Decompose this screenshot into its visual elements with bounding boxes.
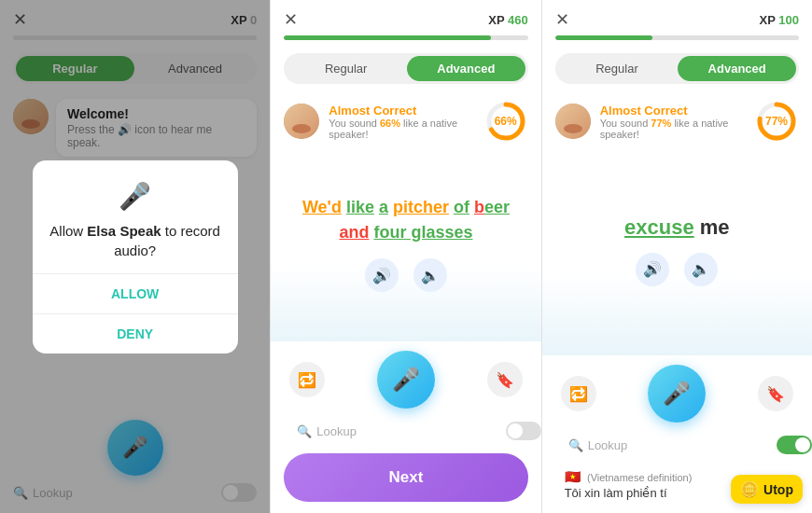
bookmark-button[interactable]: 🔖 <box>487 362 523 397</box>
bottom-controls: 🔁 🎤 🔖 <box>271 341 540 418</box>
panel-2: ✕ XP 460 Regular Advanced Almost Correct… <box>271 0 541 513</box>
search-icon: 🔍 <box>568 438 583 452</box>
score-label: Almost Correct <box>329 104 473 118</box>
progress-bar <box>555 35 799 40</box>
audio-play-button[interactable]: 🔊 <box>636 253 669 286</box>
score-sub: You sound 77% like a native speaker! <box>600 118 745 140</box>
lookup-left: 🔍 Lookup <box>297 424 357 438</box>
score-donut: 77% <box>754 99 799 144</box>
replay-button[interactable]: 🔁 <box>289 362 325 397</box>
phrase-area: excuse me 🔊 🔈 <box>542 151 812 355</box>
donut-label: 77% <box>765 115 788 128</box>
score-donut: 66% <box>483 99 528 144</box>
audio-buttons: 🔊 🔈 <box>636 253 718 286</box>
tab-regular[interactable]: Regular <box>558 56 677 81</box>
lookup-toggle[interactable] <box>777 436 812 454</box>
close-icon[interactable]: ✕ <box>555 9 569 30</box>
mic-button[interactable]: 🎤 <box>648 365 706 423</box>
tab-advanced[interactable]: Advanced <box>678 56 796 81</box>
replay-button[interactable]: 🔁 <box>561 376 596 411</box>
modal-overlay: 🎤 Allow Elsa Speak to record audio? ALLO… <box>0 0 270 513</box>
mic-button[interactable]: 🎤 <box>377 351 435 409</box>
phrase-area: We'd like a pitcher of beer and four gla… <box>271 151 540 341</box>
xp-display: XP 460 <box>488 13 527 27</box>
lookup-left: 🔍 Lookup <box>568 438 628 452</box>
progress-fill <box>284 35 491 40</box>
tab-group: Regular Advanced <box>284 53 527 84</box>
tab-regular[interactable]: Regular <box>287 56 405 81</box>
score-sub: You sound 66% like a native speaker! <box>329 118 473 140</box>
xp-display: XP 100 <box>760 13 799 27</box>
progress-fill <box>555 35 653 40</box>
avatar <box>555 104 591 139</box>
panel-3: ✕ XP 100 Regular Advanced Almost Correct… <box>542 0 812 513</box>
panel-3-header: ✕ XP 100 <box>542 0 812 35</box>
audio-play-button[interactable]: 🔊 <box>365 258 399 292</box>
modal-body: 🎤 Allow Elsa Speak to record audio? <box>33 160 238 273</box>
utop-badge: 🪙 Utop <box>731 475 803 504</box>
utop-label: Utop <box>763 482 793 497</box>
score-label: Almost Correct <box>600 104 745 118</box>
permission-modal: 🎤 Allow Elsa Speak to record audio? ALLO… <box>33 160 238 354</box>
phrase-text: excuse me <box>624 215 730 240</box>
lookup-row: 🔍 Lookup <box>568 436 812 454</box>
score-text: Almost Correct You sound 77% like a nati… <box>600 104 745 140</box>
score-row: Almost Correct You sound 66% like a nati… <box>271 91 540 151</box>
close-icon[interactable]: ✕ <box>284 9 298 30</box>
avatar-face <box>555 104 591 139</box>
lookup-toggle[interactable] <box>506 422 541 440</box>
flag-icon: 🇻🇳 <box>565 469 581 484</box>
score-text: Almost Correct You sound 66% like a nati… <box>329 104 473 140</box>
mic-icon: 🎤 <box>49 181 221 212</box>
lookup-label: Lookup <box>588 438 628 452</box>
progress-bar <box>284 35 527 40</box>
score-row: Almost Correct You sound 77% like a nati… <box>542 91 812 151</box>
panel-1: ✕ XP 0 Regular Advanced Welcome! Press t… <box>0 0 271 513</box>
avatar <box>284 104 319 139</box>
search-icon: 🔍 <box>297 424 312 438</box>
deny-button[interactable]: DENY <box>33 313 238 354</box>
avatar-face <box>284 104 319 139</box>
tab-group: Regular Advanced <box>555 53 799 84</box>
audio-slow-button[interactable]: 🔈 <box>684 253 718 286</box>
bookmark-button[interactable]: 🔖 <box>758 376 793 411</box>
lookup-label: Lookup <box>316 424 357 438</box>
lookup-row: 🔍 Lookup <box>297 422 540 440</box>
panel-2-header: ✕ XP 460 <box>271 0 540 35</box>
phrase-text: We'd like a pitcher of beer and four gla… <box>302 195 510 245</box>
modal-title: Allow Elsa Speak to record audio? <box>49 221 221 260</box>
next-button[interactable]: Next <box>284 453 527 502</box>
donut-label: 66% <box>495 115 517 128</box>
allow-button[interactable]: ALLOW <box>33 274 238 313</box>
audio-slow-button[interactable]: 🔈 <box>413 258 447 292</box>
viet-label: (Vietnamese definition) <box>587 472 692 483</box>
tab-advanced[interactable]: Advanced <box>407 56 525 81</box>
audio-buttons: 🔊 🔈 <box>365 258 447 292</box>
utop-icon: 🪙 <box>740 480 759 498</box>
bottom-controls: 🔁 🎤 🔖 <box>542 355 812 432</box>
